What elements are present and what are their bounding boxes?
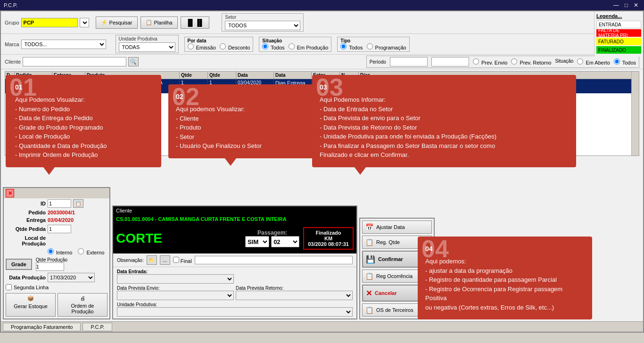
todos-radio[interactable] [262, 43, 268, 49]
grade-button[interactable]: Grade [6, 259, 32, 270]
data-entrada-dropdown[interactable] [117, 274, 234, 284]
emissao-radio[interactable] [188, 43, 194, 49]
tooltip-03-title: 03 [320, 82, 569, 92]
cliente-search-button[interactable]: 🔍 [128, 57, 139, 66]
status-tab-pcp[interactable]: P.C.P. [83, 323, 112, 331]
unidade-dropdown[interactable]: TODAS [119, 42, 175, 52]
desconto-radio-label[interactable]: Desconto [220, 43, 250, 50]
tooltip-04-line2: - Registro de quantidade para passagem P… [425, 275, 585, 285]
qtde-prod-input[interactable] [36, 262, 64, 271]
detail-close-button[interactable]: ✕ [6, 189, 14, 197]
passagem-num-dropdown[interactable]: 020103 [271, 236, 299, 247]
close-button[interactable]: ✕ [632, 2, 640, 8]
obs-input[interactable] [195, 256, 353, 264]
todos-tipo-radio-label[interactable]: Todos [340, 43, 363, 50]
id-input[interactable] [48, 199, 71, 208]
todos2-radio-label[interactable]: Todos [614, 58, 636, 65]
obs-dots-button[interactable]: ... [160, 255, 170, 265]
passagem-dropdown[interactable]: SIMNAO [245, 236, 269, 247]
final-checkbox[interactable] [173, 257, 179, 263]
em-aberto-radio-label[interactable]: Em Aberto [577, 58, 610, 65]
interno-radio[interactable] [48, 248, 54, 254]
os-terceiros-icon: 📋 [365, 306, 373, 314]
externo-radio[interactable] [78, 248, 84, 254]
cliente-input[interactable] [23, 57, 126, 66]
tooltip-03-line6: Finalizado e clicar em Confirmar. [320, 150, 569, 160]
marca-dropdown[interactable]: TODOS... [21, 40, 106, 49]
data-prevista-envio-dropdown[interactable] [117, 291, 234, 300]
grupo-label: Grupo [5, 20, 19, 25]
grid-scrollbar[interactable] [631, 72, 639, 155]
unidade-produtiva-dropdown[interactable] [117, 307, 353, 317]
detail-button1[interactable]: 📋 [73, 199, 83, 208]
tooltip-01-line6: - Imprimir Ordem de Produção [15, 150, 154, 160]
setor-dropdown[interactable]: TODOS [225, 21, 300, 30]
detail-panel: ✕ ID 📋 Pedido 20030004/1 Entrega 03/04/2… [3, 187, 110, 319]
header-data2: Data [274, 72, 312, 79]
tooltip-04-line1: - ajustar a data da programação [425, 266, 585, 276]
detail-entrega-row: Entrega 03/04/2020 [4, 216, 109, 224]
detail-buttons-row: 📦 Gerar Estoque 🖨 Ordem de Produção [4, 291, 109, 318]
title-bar-controls: — □ ✕ [611, 2, 640, 8]
maximize-button[interactable]: □ [623, 2, 630, 8]
legenda-panel: Legenda... ENTRADA FALTA DE MATERIA PRI … [594, 11, 643, 57]
legenda-title[interactable]: Legenda... [596, 13, 641, 19]
em-aberto-radio[interactable] [577, 58, 583, 65]
cliente-label: Cliente [116, 208, 132, 213]
desconto-radio[interactable] [220, 43, 226, 49]
sub-panel: Cliente CS.01.001.0004 - CAMISA MANGA CU… [112, 205, 357, 319]
detail-local-radio-row: Interno Externo [4, 247, 109, 256]
pesquisar-button[interactable]: ⚡ Pesquisar [96, 16, 138, 29]
header-data1: Data [236, 72, 274, 79]
minimize-button[interactable]: — [611, 2, 621, 8]
final-checkbox-label[interactable]: Final [173, 257, 192, 264]
ordem-producao-button[interactable]: 🖨 Ordem de Produção [58, 293, 107, 317]
emissao-radio-label[interactable]: Emissão [188, 43, 216, 50]
interno-radio-label[interactable]: Interno [48, 248, 72, 255]
detail-qtde-row: Qtde Pedida [4, 224, 109, 234]
gerar-estoque-button[interactable]: 📦 Gerar Estoque [6, 293, 56, 317]
setor-section: Setor TODOS [222, 13, 304, 32]
unidade-produtiva-label: Unidade Produtiva: [117, 302, 353, 307]
qtde-pedida-input[interactable] [48, 225, 71, 233]
periodo-from[interactable] [390, 57, 428, 66]
ordem-producao-icon: 🖨 [80, 295, 85, 301]
tooltip-03-line0: Aqui Podemos Informar: [320, 95, 569, 105]
planilha-button[interactable]: 📋 Planilha [140, 16, 178, 29]
tooltip-04: 04 04 Aqui podemos: - ajustar a data da … [418, 237, 592, 319]
local-prod-label: Local de Produção [6, 235, 46, 246]
emproducao-radio[interactable] [289, 43, 295, 49]
segunda-linha-checkbox[interactable] [6, 284, 12, 290]
finalizado-date: 03/2020 08:07:31 [308, 241, 349, 247]
todos-radio-label[interactable]: Todos [262, 43, 284, 50]
grupo-input[interactable] [21, 18, 78, 27]
pesquisar-icon: ⚡ [101, 19, 107, 25]
prog-radio[interactable] [367, 43, 373, 49]
prev-envio-radio[interactable] [473, 58, 479, 65]
prev-retorno-radio[interactable] [511, 58, 517, 65]
periodo-section: Período Prev. Envio Prev. Retorno Situaç… [366, 56, 639, 68]
emproducao-radio-label[interactable]: Em Produção [289, 43, 329, 50]
ajustar-data-icon: 📅 [365, 223, 373, 231]
periodo-to[interactable] [431, 57, 469, 66]
data-prod-label: Data Produção [6, 275, 46, 280]
prev-retorno-radio-label[interactable]: Prev. Retorno [511, 58, 551, 65]
barcode-button[interactable]: ▐▌▐▌ [181, 16, 210, 29]
confirmar-icon: 💾 [366, 255, 375, 264]
data-prevista-retorno-dropdown[interactable] [236, 291, 353, 300]
product-bar: CS.01.001.0004 - CAMISA MANGA CURTA FREN… [113, 215, 356, 223]
obs-folder-button[interactable]: 📁 [147, 255, 157, 265]
prev-envio-radio-label[interactable]: Prev. Envio [473, 58, 508, 65]
status-tab-programacao[interactable]: Programação Faturamento [3, 323, 81, 331]
ajustar-data-button[interactable]: 📅 Ajustar Data [362, 220, 432, 234]
tooltip-02: 02 02 Aqui podemos Visualizar: - Cliente… [168, 84, 314, 158]
data-prod-dropdown[interactable]: 17/03/2020 [48, 273, 95, 282]
setor-bar: CORTE Passagem: SIMNAO 020103 Finalizado [113, 223, 356, 253]
externo-radio-label[interactable]: Externo [78, 248, 104, 255]
grupo-dropdown[interactable]: ▼ [80, 18, 89, 27]
passagem-section: Passagem: SIMNAO 020103 Finalizado KM 03… [245, 227, 354, 250]
todos-tipo-radio[interactable] [340, 43, 347, 49]
marca-label: Marca [5, 41, 19, 47]
prog-radio-label[interactable]: Programação [367, 43, 406, 50]
todos2-radio[interactable] [614, 58, 620, 65]
